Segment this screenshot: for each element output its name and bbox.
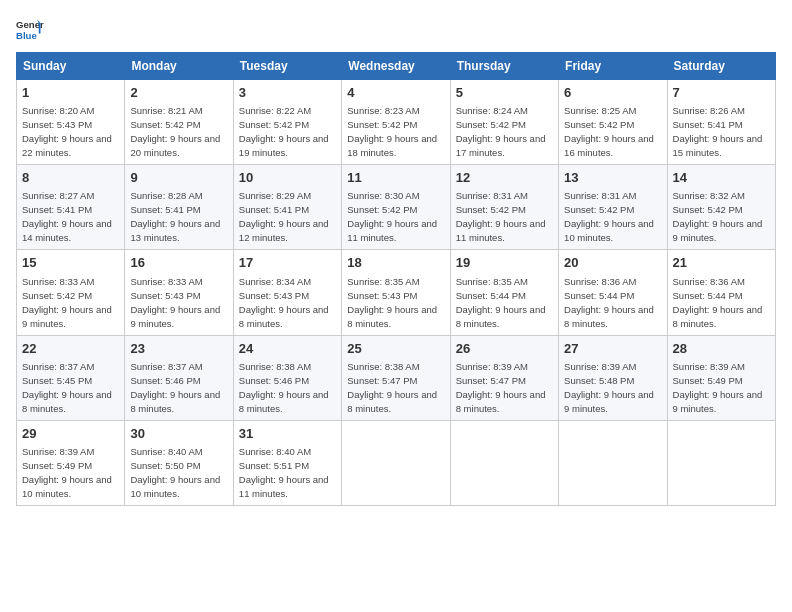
- daylight-text: Daylight: 9 hours and 9 minutes.: [130, 304, 220, 329]
- calendar-cell: 5 Sunrise: 8:24 AM Sunset: 5:42 PM Dayli…: [450, 80, 558, 165]
- calendar-cell: 27 Sunrise: 8:39 AM Sunset: 5:48 PM Dayl…: [559, 335, 667, 420]
- calendar-cell: 7 Sunrise: 8:26 AM Sunset: 5:41 PM Dayli…: [667, 80, 775, 165]
- sunrise-text: Sunrise: 8:27 AM: [22, 190, 94, 201]
- calendar-cell: [559, 420, 667, 505]
- daylight-text: Daylight: 9 hours and 12 minutes.: [239, 218, 329, 243]
- sunset-text: Sunset: 5:43 PM: [347, 290, 417, 301]
- sunrise-text: Sunrise: 8:39 AM: [22, 446, 94, 457]
- sunrise-text: Sunrise: 8:33 AM: [22, 276, 94, 287]
- day-number: 10: [239, 169, 336, 187]
- calendar-table: SundayMondayTuesdayWednesdayThursdayFrid…: [16, 52, 776, 506]
- sunset-text: Sunset: 5:44 PM: [456, 290, 526, 301]
- sunrise-text: Sunrise: 8:38 AM: [347, 361, 419, 372]
- sunset-text: Sunset: 5:43 PM: [130, 290, 200, 301]
- calendar-cell: 9 Sunrise: 8:28 AM Sunset: 5:41 PM Dayli…: [125, 165, 233, 250]
- sunset-text: Sunset: 5:43 PM: [239, 290, 309, 301]
- weekday-header-friday: Friday: [559, 53, 667, 80]
- calendar-cell: 6 Sunrise: 8:25 AM Sunset: 5:42 PM Dayli…: [559, 80, 667, 165]
- sunset-text: Sunset: 5:42 PM: [347, 204, 417, 215]
- day-number: 11: [347, 169, 444, 187]
- sunrise-text: Sunrise: 8:35 AM: [347, 276, 419, 287]
- daylight-text: Daylight: 9 hours and 22 minutes.: [22, 133, 112, 158]
- sunset-text: Sunset: 5:41 PM: [239, 204, 309, 215]
- sunrise-text: Sunrise: 8:37 AM: [130, 361, 202, 372]
- day-number: 23: [130, 340, 227, 358]
- daylight-text: Daylight: 9 hours and 18 minutes.: [347, 133, 437, 158]
- day-number: 27: [564, 340, 661, 358]
- calendar-cell: 19 Sunrise: 8:35 AM Sunset: 5:44 PM Dayl…: [450, 250, 558, 335]
- calendar-cell: 18 Sunrise: 8:35 AM Sunset: 5:43 PM Dayl…: [342, 250, 450, 335]
- calendar-cell: 1 Sunrise: 8:20 AM Sunset: 5:43 PM Dayli…: [17, 80, 125, 165]
- sunrise-text: Sunrise: 8:32 AM: [673, 190, 745, 201]
- calendar-cell: 24 Sunrise: 8:38 AM Sunset: 5:46 PM Dayl…: [233, 335, 341, 420]
- calendar-cell: 26 Sunrise: 8:39 AM Sunset: 5:47 PM Dayl…: [450, 335, 558, 420]
- day-number: 19: [456, 254, 553, 272]
- calendar-cell: 25 Sunrise: 8:38 AM Sunset: 5:47 PM Dayl…: [342, 335, 450, 420]
- calendar-cell: 10 Sunrise: 8:29 AM Sunset: 5:41 PM Dayl…: [233, 165, 341, 250]
- sunset-text: Sunset: 5:48 PM: [564, 375, 634, 386]
- calendar-week-row: 22 Sunrise: 8:37 AM Sunset: 5:45 PM Dayl…: [17, 335, 776, 420]
- daylight-text: Daylight: 9 hours and 16 minutes.: [564, 133, 654, 158]
- day-number: 5: [456, 84, 553, 102]
- calendar-cell: 21 Sunrise: 8:36 AM Sunset: 5:44 PM Dayl…: [667, 250, 775, 335]
- sunset-text: Sunset: 5:43 PM: [22, 119, 92, 130]
- calendar-cell: 20 Sunrise: 8:36 AM Sunset: 5:44 PM Dayl…: [559, 250, 667, 335]
- daylight-text: Daylight: 9 hours and 8 minutes.: [22, 389, 112, 414]
- sunset-text: Sunset: 5:42 PM: [564, 119, 634, 130]
- calendar-week-row: 15 Sunrise: 8:33 AM Sunset: 5:42 PM Dayl…: [17, 250, 776, 335]
- day-number: 21: [673, 254, 770, 272]
- day-number: 16: [130, 254, 227, 272]
- daylight-text: Daylight: 9 hours and 8 minutes.: [347, 304, 437, 329]
- sunset-text: Sunset: 5:41 PM: [673, 119, 743, 130]
- sunrise-text: Sunrise: 8:25 AM: [564, 105, 636, 116]
- sunrise-text: Sunrise: 8:34 AM: [239, 276, 311, 287]
- calendar-cell: [667, 420, 775, 505]
- sunset-text: Sunset: 5:47 PM: [456, 375, 526, 386]
- day-number: 9: [130, 169, 227, 187]
- sunrise-text: Sunrise: 8:40 AM: [130, 446, 202, 457]
- daylight-text: Daylight: 9 hours and 13 minutes.: [130, 218, 220, 243]
- day-number: 6: [564, 84, 661, 102]
- weekday-header-sunday: Sunday: [17, 53, 125, 80]
- sunrise-text: Sunrise: 8:29 AM: [239, 190, 311, 201]
- daylight-text: Daylight: 9 hours and 10 minutes.: [130, 474, 220, 499]
- day-number: 29: [22, 425, 119, 443]
- sunset-text: Sunset: 5:46 PM: [239, 375, 309, 386]
- daylight-text: Daylight: 9 hours and 17 minutes.: [456, 133, 546, 158]
- weekday-header-saturday: Saturday: [667, 53, 775, 80]
- page-header: General Blue: [16, 16, 776, 44]
- sunset-text: Sunset: 5:44 PM: [564, 290, 634, 301]
- day-number: 4: [347, 84, 444, 102]
- sunrise-text: Sunrise: 8:28 AM: [130, 190, 202, 201]
- sunrise-text: Sunrise: 8:31 AM: [456, 190, 528, 201]
- day-number: 31: [239, 425, 336, 443]
- day-number: 24: [239, 340, 336, 358]
- sunrise-text: Sunrise: 8:24 AM: [456, 105, 528, 116]
- daylight-text: Daylight: 9 hours and 11 minutes.: [347, 218, 437, 243]
- calendar-cell: 28 Sunrise: 8:39 AM Sunset: 5:49 PM Dayl…: [667, 335, 775, 420]
- daylight-text: Daylight: 9 hours and 8 minutes.: [564, 304, 654, 329]
- calendar-cell: 17 Sunrise: 8:34 AM Sunset: 5:43 PM Dayl…: [233, 250, 341, 335]
- logo-icon: General Blue: [16, 16, 44, 44]
- weekday-header-wednesday: Wednesday: [342, 53, 450, 80]
- calendar-cell: [450, 420, 558, 505]
- sunrise-text: Sunrise: 8:31 AM: [564, 190, 636, 201]
- day-number: 2: [130, 84, 227, 102]
- sunrise-text: Sunrise: 8:23 AM: [347, 105, 419, 116]
- sunrise-text: Sunrise: 8:30 AM: [347, 190, 419, 201]
- day-number: 20: [564, 254, 661, 272]
- calendar-cell: 12 Sunrise: 8:31 AM Sunset: 5:42 PM Dayl…: [450, 165, 558, 250]
- calendar-week-row: 8 Sunrise: 8:27 AM Sunset: 5:41 PM Dayli…: [17, 165, 776, 250]
- daylight-text: Daylight: 9 hours and 8 minutes.: [673, 304, 763, 329]
- sunset-text: Sunset: 5:50 PM: [130, 460, 200, 471]
- day-number: 18: [347, 254, 444, 272]
- sunrise-text: Sunrise: 8:38 AM: [239, 361, 311, 372]
- weekday-header-monday: Monday: [125, 53, 233, 80]
- day-number: 3: [239, 84, 336, 102]
- sunrise-text: Sunrise: 8:20 AM: [22, 105, 94, 116]
- sunset-text: Sunset: 5:41 PM: [22, 204, 92, 215]
- daylight-text: Daylight: 9 hours and 8 minutes.: [456, 389, 546, 414]
- daylight-text: Daylight: 9 hours and 8 minutes.: [130, 389, 220, 414]
- weekday-header-row: SundayMondayTuesdayWednesdayThursdayFrid…: [17, 53, 776, 80]
- day-number: 15: [22, 254, 119, 272]
